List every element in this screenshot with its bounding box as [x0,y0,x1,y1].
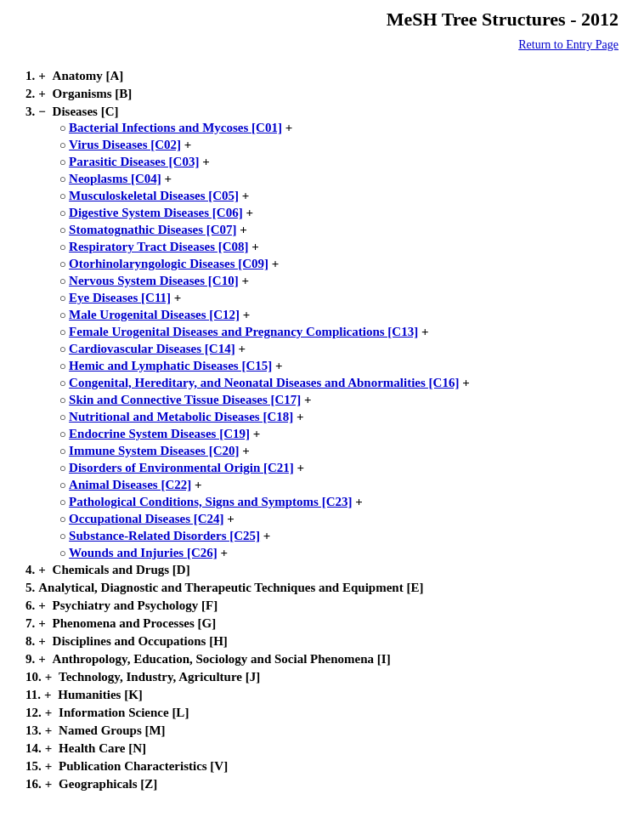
expand-button[interactable]: + [38,652,48,666]
expand-disease-button[interactable]: + [240,308,250,321]
expand-disease-button[interactable]: + [239,274,249,287]
item-label: Information Science [L] [59,706,189,719]
top-list-item: 9.+ Anthropology, Education, Sociology a… [25,652,627,667]
expand-disease-button[interactable]: + [353,495,363,508]
disease-link[interactable]: Nutritional and Metabolic Diseases [C18] [69,410,293,423]
expand-disease-button[interactable]: + [268,257,279,270]
disease-item: Digestive System Diseases [C06] + [59,206,627,220]
top-list-item: 12.+ Information Science [L] [25,706,627,720]
expand-disease-button[interactable]: + [161,172,172,185]
item-number: 6. [25,599,35,612]
disease-link[interactable]: Virus Diseases [C02] [69,138,181,151]
collapse-button[interactable]: − [38,105,48,118]
expand-button[interactable]: + [38,87,48,100]
disease-item: Disorders of Environmental Origin [C21] … [59,461,627,475]
expand-disease-button[interactable]: + [199,155,209,168]
item-number: 11. [25,688,41,701]
disease-link[interactable]: Disorders of Environmental Origin [C21] [69,461,294,474]
expand-disease-button[interactable]: + [249,240,259,253]
disease-link[interactable]: Stomatognathic Diseases [C07] [69,223,236,236]
expand-disease-button[interactable]: + [260,529,270,542]
disease-item: Nervous System Diseases [C10] + [59,274,627,288]
expand-disease-button[interactable]: + [301,393,311,406]
expand-button[interactable]: + [38,599,48,612]
expand-disease-button[interactable]: + [250,427,260,440]
expand-disease-button[interactable]: + [224,512,234,525]
expand-disease-button[interactable]: + [181,138,191,151]
expand-button[interactable]: + [38,69,48,82]
disease-link[interactable]: Hemic and Lymphatic Diseases [C15] [69,359,272,372]
disease-link[interactable]: Congenital, Hereditary, and Neonatal Dis… [69,376,459,389]
disease-link[interactable]: Pathological Conditions, Signs and Sympt… [69,495,352,508]
disease-link[interactable]: Female Urogenital Diseases and Pregnancy… [69,325,418,338]
disease-item: Cardiovascular Diseases [C14] + [59,342,627,356]
disease-link[interactable]: Parasitic Diseases [C03] [69,155,199,168]
expand-button[interactable]: + [45,723,55,737]
item-label: Geographicals [Z] [59,777,157,791]
top-list-item: 16.+ Geographicals [Z] [25,777,627,791]
disease-link[interactable]: Immune System Diseases [C20] [69,444,239,457]
item-number: 7. [25,616,35,630]
disease-link[interactable]: Otorhinolaryngologic Diseases [C09] [69,257,268,270]
disease-item: Wounds and Injuries [C26] + [59,546,627,560]
item-number: 5. [25,581,35,594]
disease-link[interactable]: Nervous System Diseases [C10] [69,274,239,287]
expand-button[interactable]: + [45,670,55,684]
expand-disease-button[interactable]: + [418,325,428,338]
item-label: Humanities [K] [58,688,143,701]
return-to-page-link[interactable]: Return to Entry Page [518,38,619,51]
disease-link[interactable]: Cardiovascular Diseases [C14] [69,342,235,355]
expand-button[interactable]: + [38,616,48,630]
disease-item: Substance-Related Disorders [C25] + [59,529,627,543]
expand-button[interactable]: + [45,777,55,791]
disease-link[interactable]: Skin and Connective Tissue Diseases [C17… [69,393,301,406]
expand-disease-button[interactable]: + [171,291,181,304]
disease-link[interactable]: Animal Diseases [C22] [69,478,191,491]
item-number: 2. [25,87,35,100]
disease-link[interactable]: Male Urogenital Diseases [C12] [69,308,240,321]
item-number: 8. [25,634,35,648]
expand-disease-button[interactable]: + [240,444,250,457]
expand-button[interactable]: + [45,759,55,773]
disease-link[interactable]: Wounds and Injuries [C26] [69,546,217,559]
expand-disease-button[interactable]: + [235,342,246,355]
disease-link[interactable]: Digestive System Diseases [C06] [69,206,243,219]
item-number: 9. [25,652,35,666]
page-title: MeSH Tree Structures - 2012 [17,9,627,31]
disease-item: Animal Diseases [C22] + [59,478,627,492]
disease-link[interactable]: Endocrine System Diseases [C19] [69,427,250,440]
top-list-item: 5.Analytical, Diagnostic and Therapeutic… [25,581,627,595]
expand-button[interactable]: + [44,688,54,701]
disease-link[interactable]: Occupational Diseases [C24] [69,512,224,525]
disease-link[interactable]: Musculoskeletal Diseases [C05] [69,189,239,202]
disease-item: Congenital, Hereditary, and Neonatal Dis… [59,376,627,390]
disease-item: Eye Diseases [C11] + [59,291,627,305]
expand-disease-button[interactable]: + [293,410,303,423]
disease-link[interactable]: Neoplasms [C04] [69,172,161,185]
disease-link[interactable]: Respiratory Tract Diseases [C08] [69,240,248,253]
expand-disease-button[interactable]: + [237,223,247,236]
disease-link[interactable]: Substance-Related Disorders [C25] [69,529,260,542]
expand-disease-button[interactable]: + [191,478,201,491]
expand-button[interactable]: + [45,706,55,719]
item-label: Chemicals and Drugs [D] [53,563,190,576]
expand-disease-button[interactable]: + [459,376,469,389]
disease-item: Musculoskeletal Diseases [C05] + [59,189,627,203]
top-list-item: 6.+ Psychiatry and Psychology [F] [25,599,627,613]
top-list-item: 8.+ Disciplines and Occupations [H] [25,634,627,649]
expand-disease-button[interactable]: + [239,189,249,202]
expand-button[interactable]: + [38,634,48,648]
diseases-sublist: Bacterial Infections and Mycoses [C01] +… [25,121,627,560]
expand-disease-button[interactable]: + [217,546,228,559]
item-label: Disciplines and Occupations [H] [53,634,228,648]
item-label: Psychiatry and Psychology [F] [53,599,218,612]
expand-button[interactable]: + [45,741,55,755]
expand-disease-button[interactable]: + [272,359,282,372]
expand-disease-button[interactable]: + [294,461,304,474]
expand-disease-button[interactable]: + [243,206,253,219]
disease-link[interactable]: Bacterial Infections and Mycoses [C01] [69,121,282,134]
expand-disease-button[interactable]: + [282,121,292,134]
disease-link[interactable]: Eye Diseases [C11] [69,291,171,304]
top-list-item: 14.+ Health Care [N] [25,741,627,756]
expand-button[interactable]: + [38,563,48,576]
